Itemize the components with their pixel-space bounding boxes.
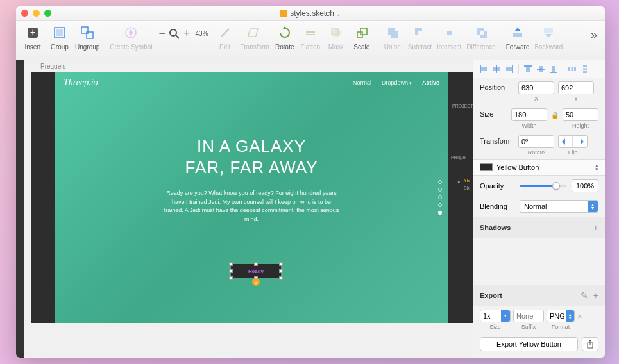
shadows-label: Shadows [480, 224, 511, 231]
shared-style-selector[interactable]: Yellow Button ▴▾ [473, 159, 605, 176]
align-left-icon[interactable] [479, 64, 489, 74]
subtract-button[interactable]: Subtract [405, 23, 434, 52]
group-button[interactable]: Group [47, 23, 72, 52]
export-size-select[interactable]: 1x▾ [480, 310, 511, 322]
height-input[interactable] [563, 108, 598, 121]
resize-handle[interactable] [229, 269, 233, 273]
export-suffix-input[interactable] [513, 310, 544, 322]
select-arrow-icon: ▴▾ [588, 201, 598, 212]
close-button[interactable] [21, 10, 28, 17]
transform-label: Transform [480, 135, 514, 145]
inspector-spacer [473, 238, 605, 285]
selection-badge: 1 [252, 278, 260, 286]
artboard-edge-left [31, 72, 55, 323]
insert-button[interactable]: + Insert [20, 23, 46, 52]
blending-row: Blending Normal ▴▾ [473, 196, 605, 217]
svg-point-12 [332, 28, 341, 37]
export-button[interactable]: Export Yellow Button [480, 337, 578, 351]
svg-rect-35 [574, 67, 576, 71]
x-input[interactable] [518, 81, 554, 94]
position-row: Position X Y [473, 78, 605, 105]
opacity-slider[interactable] [520, 185, 566, 187]
mask-button[interactable]: Mask [323, 23, 349, 52]
layers-panel-collapsed[interactable] [16, 60, 24, 358]
svg-rect-36 [583, 65, 587, 67]
y-sublabel: Y [574, 95, 578, 102]
transform-button[interactable]: Transform [238, 23, 272, 52]
nav-normal: Normal [353, 79, 371, 86]
transform-row: Transform Rotate Flip [473, 132, 605, 159]
selected-label: Ready [248, 269, 264, 274]
blending-value: Normal [524, 203, 547, 210]
side-text: YE [464, 178, 470, 183]
add-shadow-button[interactable]: + [593, 222, 598, 233]
dot [438, 180, 442, 184]
zoom-in-button[interactable]: + [183, 27, 191, 40]
resize-handle[interactable] [279, 276, 283, 280]
ungroup-button[interactable]: Ungroup [72, 23, 102, 52]
width-input[interactable] [511, 108, 547, 121]
create-symbol-button[interactable]: Create Symbol [107, 23, 155, 52]
zoom-button[interactable] [44, 10, 51, 17]
resize-handle[interactable] [229, 276, 233, 280]
distribute-v-icon[interactable] [580, 64, 590, 74]
document-icon [280, 10, 287, 17]
nav-active: Active [422, 79, 439, 86]
export-knife-icon[interactable]: ✎ [581, 290, 588, 301]
y-input[interactable] [558, 81, 594, 94]
page-dots [438, 180, 442, 215]
canvas[interactable]: Prequels PROJECT Prequel ● YE Sh Threep.… [16, 60, 473, 358]
resize-handle[interactable] [279, 262, 283, 266]
scale-button[interactable]: Scale [349, 23, 375, 52]
style-stepper-icon: ▴▾ [595, 163, 598, 171]
rotate-button[interactable]: Rotate [272, 23, 298, 52]
flip-buttons [558, 135, 588, 148]
backward-button[interactable]: Backward [532, 23, 565, 52]
align-right-icon[interactable] [504, 64, 514, 74]
zoom-out-button[interactable]: − [159, 27, 166, 40]
selected-element[interactable]: Ready 1 [231, 264, 281, 278]
resize-handle[interactable] [229, 262, 233, 266]
minimize-button[interactable] [33, 10, 40, 17]
forward-button[interactable]: Forward [504, 23, 532, 52]
select-arrow-icon: ▴▾ [566, 310, 574, 322]
dot [438, 203, 442, 207]
rotate-input[interactable] [518, 135, 554, 148]
shadows-section[interactable]: Shadows + [473, 217, 605, 238]
remove-export-button[interactable]: × [577, 310, 582, 321]
align-bottom-icon[interactable] [548, 64, 559, 74]
align-center-h-icon[interactable] [491, 64, 502, 74]
blending-select[interactable]: Normal ▴▾ [520, 200, 598, 213]
svg-rect-37 [583, 68, 587, 70]
union-button[interactable]: Union [380, 23, 405, 52]
share-button[interactable] [582, 337, 598, 351]
dot [438, 195, 442, 199]
height-sublabel: Height [572, 122, 589, 129]
opacity-input[interactable] [572, 179, 598, 192]
toolbar-overflow-button[interactable]: » [587, 23, 601, 47]
svg-line-8 [176, 35, 179, 38]
intersect-button[interactable]: Intersect [434, 23, 464, 52]
artboard[interactable]: Threep.io Normal Dropdown Active IN A GA… [55, 72, 448, 323]
title-chevron-icon[interactable]: ⌄ [336, 11, 341, 17]
resize-handle[interactable] [254, 262, 258, 266]
add-export-button[interactable]: + [593, 290, 598, 301]
lock-icon[interactable]: 🔒 [551, 108, 559, 121]
side-text: Sh [464, 186, 470, 190]
main-area: Prequels PROJECT Prequel ● YE Sh Threep.… [16, 60, 605, 358]
export-section: Export ✎ + [473, 285, 605, 306]
flatten-button[interactable]: Flatten [298, 23, 323, 52]
flip-h-button[interactable] [559, 136, 573, 147]
flip-v-button[interactable] [573, 136, 587, 147]
artboard-label[interactable]: Prequels [40, 63, 65, 70]
difference-button[interactable]: Difference [464, 23, 498, 52]
align-top-icon[interactable] [523, 64, 533, 74]
svg-rect-28 [526, 67, 530, 72]
align-center-v-icon[interactable] [536, 64, 546, 74]
distribute-h-icon[interactable] [567, 64, 577, 74]
svg-rect-34 [572, 67, 573, 71]
nav-dropdown: Dropdown [382, 79, 412, 86]
export-format-select[interactable]: PNG▴▾ [547, 310, 575, 322]
edit-button[interactable]: Edit [212, 23, 238, 52]
resize-handle[interactable] [279, 269, 283, 273]
